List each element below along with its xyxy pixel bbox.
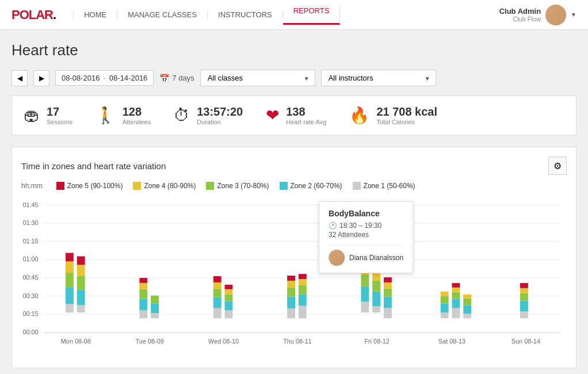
page-title: Heart rate: [12, 41, 576, 59]
zone3-label: Zone 3 (70-80%): [217, 182, 269, 190]
svg-text:00:45: 00:45: [22, 274, 38, 281]
classes-select-wrapper[interactable]: All classes ▼: [200, 70, 315, 86]
stat-attendees: 🚶 128 Attendees: [96, 105, 151, 125]
svg-rect-75: [452, 292, 460, 299]
stat-heart-rate: ❤ 138 Heart rate Avg: [266, 105, 326, 125]
svg-rect-48: [287, 276, 295, 281]
svg-text:Tue 08-09: Tue 08-09: [136, 338, 164, 345]
svg-rect-23: [77, 276, 85, 290]
svg-rect-77: [452, 283, 460, 288]
tooltip-attendees: 32 Attendees: [329, 231, 403, 239]
user-menu-chevron[interactable]: ▼: [571, 12, 576, 18]
svg-rect-20: [66, 253, 74, 262]
svg-rect-59: [372, 306, 380, 312]
date-end: 08-14-2016: [109, 74, 148, 82]
duration-label: Duration: [197, 119, 243, 125]
zone4-color: [133, 182, 141, 190]
legend-zone2: Zone 2 (60-70%): [280, 182, 342, 190]
heart-rate-icon: ❤: [266, 106, 279, 125]
svg-rect-53: [299, 274, 307, 279]
nav-manage-classes[interactable]: MANAGE CLASSES: [117, 10, 208, 19]
chart-section: Time in zones and heart rate variation ⚙…: [12, 147, 576, 368]
svg-rect-21: [77, 305, 85, 312]
svg-rect-72: [441, 292, 449, 296]
svg-rect-66: [384, 289, 392, 297]
attendees-label: Attendees: [123, 119, 151, 125]
chart-area: 01:45 01:30 01:15 01:00 00:45 00:30 00:1…: [21, 196, 567, 358]
svg-text:01:00: 01:00: [22, 255, 38, 262]
svg-rect-69: [441, 312, 449, 318]
nav-user: Club Admin Club Flow ▼: [499, 5, 576, 25]
svg-rect-49: [299, 306, 307, 318]
svg-rect-50: [299, 295, 307, 306]
sessions-value: 17: [47, 105, 72, 119]
svg-rect-22: [77, 290, 85, 306]
nav-instructors[interactable]: INSTRUCTORS: [208, 10, 283, 19]
svg-text:Sat 08-13: Sat 08-13: [438, 338, 465, 345]
zone2-label: Zone 2 (60-70%): [291, 182, 342, 190]
zone2-color: [280, 182, 288, 190]
prev-button[interactable]: ◀: [12, 70, 28, 86]
svg-rect-40: [225, 301, 233, 310]
logo: POLAR.: [12, 7, 56, 22]
tooltip-class-name: BodyBalance: [329, 209, 403, 218]
svg-rect-56: [361, 275, 369, 287]
date-start: 08-08-2016: [62, 74, 100, 82]
svg-rect-31: [151, 313, 159, 318]
svg-text:01:15: 01:15: [22, 238, 38, 245]
svg-rect-83: [520, 300, 528, 311]
date-separator: -: [104, 74, 106, 82]
date-range: 08-08-2016 - 08-14-2016: [55, 70, 154, 86]
sessions-icon: 🏟: [24, 106, 40, 125]
stats-card: 🏟 17 Sessions 🚶 128 Attendees ⏱ 13:57:20…: [12, 96, 576, 135]
svg-rect-38: [213, 276, 222, 283]
chart-legend: hh:mm Zone 5 (90-100%) Zone 4 (80-90%) Z…: [21, 182, 567, 190]
svg-text:00:00: 00:00: [22, 329, 38, 335]
tooltip-time: 🕐 18:30 – 19:30: [329, 222, 403, 230]
svg-rect-32: [151, 303, 159, 313]
instructors-select-wrapper[interactable]: All instructors ▼: [321, 70, 436, 86]
svg-rect-84: [520, 293, 528, 301]
svg-rect-80: [463, 299, 471, 306]
sessions-label: Sessions: [47, 119, 72, 125]
next-button[interactable]: ▶: [33, 70, 49, 86]
svg-rect-35: [213, 297, 222, 308]
svg-rect-45: [287, 297, 295, 309]
svg-rect-82: [520, 311, 528, 318]
instructor-avatar: [329, 250, 345, 266]
avatar[interactable]: [545, 5, 566, 25]
bar-chart: 01:45 01:30 01:15 01:00 00:45 00:30 00:1…: [21, 196, 567, 357]
heart-rate-label: Heart rate Avg: [286, 119, 326, 125]
svg-rect-76: [452, 288, 460, 292]
calories-value: 21 708 kcal: [376, 105, 437, 119]
attendees-icon: 🚶: [96, 106, 116, 125]
svg-rect-65: [384, 297, 392, 308]
calendar-icon: 📅: [159, 74, 169, 83]
svg-rect-67: [384, 283, 392, 289]
chart-title: Time in zones and heart rate variation: [21, 161, 166, 171]
duration-value: 13:57:20: [197, 105, 243, 119]
svg-text:Wed 08-10: Wed 08-10: [208, 338, 239, 345]
nav-reports[interactable]: REPORTS: [283, 6, 341, 25]
zone5-color: [56, 182, 64, 190]
svg-text:Sun 08-14: Sun 08-14: [511, 338, 540, 345]
nav-home[interactable]: HOME: [73, 10, 117, 19]
svg-rect-33: [151, 296, 159, 304]
svg-rect-26: [139, 310, 147, 318]
days-label: 📅 7 days: [159, 74, 194, 83]
attendees-value: 128: [123, 105, 151, 119]
svg-rect-52: [299, 279, 307, 285]
svg-rect-73: [452, 308, 460, 318]
svg-rect-79: [463, 305, 471, 314]
stat-calories: 🔥 21 708 kcal Total Calories: [349, 105, 437, 125]
svg-rect-46: [287, 288, 295, 297]
instructors-select[interactable]: All instructors: [321, 70, 436, 86]
svg-text:00:30: 00:30: [22, 292, 38, 299]
duration-icon: ⏱: [174, 106, 190, 125]
settings-button[interactable]: ⚙: [548, 157, 567, 175]
svg-rect-81: [463, 295, 471, 299]
y-axis-label: hh:mm: [21, 182, 43, 190]
classes-select[interactable]: All classes: [200, 70, 315, 86]
svg-rect-36: [213, 289, 222, 297]
legend-zone4: Zone 4 (80-90%): [133, 182, 196, 190]
